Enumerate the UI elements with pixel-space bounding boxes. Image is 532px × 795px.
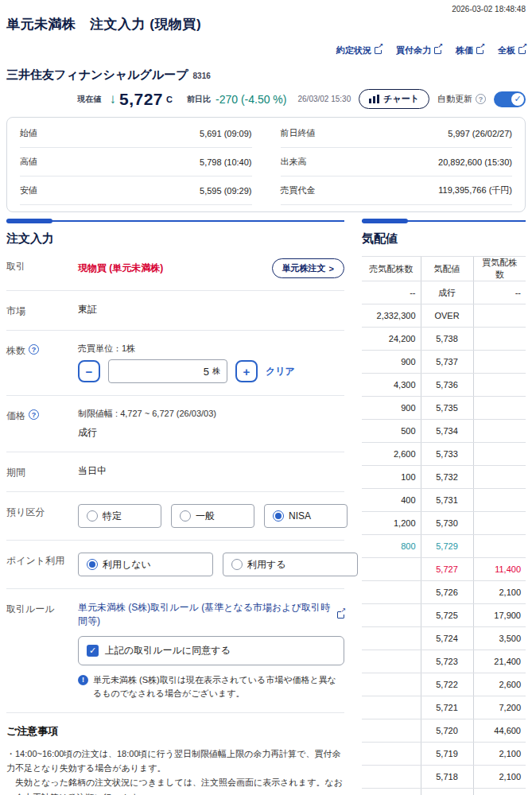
summary-cell: 売買代金119,395,766 (千円) [281, 176, 513, 205]
price-change: -270 (-4.50 %) [216, 93, 286, 106]
auto-update-label: 自動更新 [437, 93, 472, 105]
link-stock-price[interactable]: 株価 [456, 45, 483, 56]
board-header-price: 気配値 [421, 257, 473, 281]
price-down-arrow-icon: ↓ [109, 91, 116, 107]
unit-order-button-label: 単元株注文 [282, 262, 326, 274]
summary-value: 5,595 (09:29) [200, 186, 251, 196]
help-icon[interactable]: ? [29, 344, 39, 355]
radio-checked-icon [87, 559, 98, 570]
option-label: 利用する [247, 558, 286, 572]
quote-time: 26/03/02 15:30 [297, 95, 351, 103]
board-row: 9005,737 [362, 351, 526, 374]
board-cell-sell: 900 [362, 397, 421, 420]
board-cell-sell: 1,200 [362, 512, 421, 535]
form-row-trade: 取引 現物買 (単元未満株) 単元株注文> [6, 246, 344, 291]
account-option-tokutei[interactable]: 特定 [78, 504, 161, 528]
info-icon: ! [78, 675, 88, 685]
account-type-label: 預り区分 [6, 504, 78, 528]
quantity-suffix: 株 [212, 366, 220, 377]
price-row: 現在値 ↓ 5,727 C 前日比 -270 (-4.50 %) 26/03/0… [6, 89, 526, 115]
page-title: 単元未満株 注文入力 (現物買) [6, 15, 526, 33]
board-row: 1,2005,730 [362, 512, 526, 535]
board-cell-sell [362, 650, 421, 673]
form-row-market: 市場 東証 [6, 291, 344, 331]
unit-note: 売買単位：1株 [78, 343, 344, 355]
period-value: 当日中 [78, 464, 344, 479]
help-icon[interactable]: ? [476, 94, 486, 104]
summary-cell: 出来高20,892,600 (15:30) [281, 148, 513, 176]
board-cell-sell [362, 766, 421, 789]
board-cell-price: UNDER [421, 789, 473, 795]
link-full-board[interactable]: 全板 [498, 45, 526, 56]
stock-code: 8316 [193, 72, 211, 80]
chart-button[interactable]: チャート [359, 89, 429, 109]
help-icon[interactable]: ? [29, 409, 39, 420]
board-cell-sell: 24,200 [362, 328, 421, 351]
rules-label: 取引ルール [6, 601, 78, 700]
board-cell-price: 5,720 [421, 719, 473, 743]
board-cell-price: 5,721 [421, 696, 473, 719]
notices-title: ご注意事項 [6, 724, 344, 739]
quick-links: 約定状況 買付余力 株価 全板 [6, 45, 526, 56]
board-row: 5,7262,100 [362, 581, 526, 604]
board-cell-buy [473, 489, 526, 512]
radio-checked-icon [273, 510, 284, 522]
external-link-icon [518, 47, 526, 54]
board-cell-buy: 21,400 [473, 650, 526, 673]
option-label: 特定 [103, 510, 122, 523]
rules-link-label: 単元未満株 (S株)取引ルール (基準となる市場および取引時間等) [78, 601, 334, 628]
board-cell-sell [362, 604, 421, 627]
summary-label: 前日終値 [281, 127, 316, 139]
board-row: 5,7182,100 [362, 766, 526, 789]
points-option-no[interactable]: 利用しない [78, 553, 213, 576]
page-timestamp: 2026-03-02 18:48:48 [6, 3, 526, 14]
rules-link[interactable]: 単元未満株 (S株)取引ルール (基準となる市場および取引時間等) [78, 601, 344, 628]
unit-order-button[interactable]: 単元株注文> [272, 258, 344, 278]
quantity-plus-button[interactable]: + [235, 360, 258, 382]
board-cell-price: 5,723 [421, 650, 473, 673]
summary-label: 始値 [20, 127, 37, 139]
quantity-input[interactable]: 5 株 [108, 359, 227, 383]
board-row: UNDER1,956,800 [362, 789, 526, 795]
board-cell-sell [362, 673, 421, 696]
link-label: 買付余力 [396, 45, 431, 56]
radio-icon [180, 510, 191, 522]
trade-label: 取引 [6, 258, 78, 278]
points-option-yes[interactable]: 利用する [223, 553, 358, 576]
board-row: 5005,734 [362, 420, 526, 443]
summary-value: 5,997 (26/02/27) [448, 129, 512, 138]
account-option-nisa[interactable]: NISA [264, 504, 348, 528]
link-buying-power[interactable]: 買付余力 [396, 45, 441, 56]
price-label-text: 価格 [6, 409, 25, 423]
rules-info-note: ! 単元未満株 (S株)取引は現在表示されている市場や価格と異なるものでなされる… [78, 673, 344, 700]
link-order-status[interactable]: 約定状況 [336, 45, 382, 56]
board-row: 1005,732 [362, 466, 526, 489]
clear-button[interactable]: クリア [266, 365, 295, 378]
option-label: NISA [289, 510, 311, 522]
stock-name: 三井住友フィナンシャルグループ [6, 68, 188, 83]
current-price: 5,727 [119, 90, 163, 109]
summary-label: 売買代金 [281, 184, 316, 196]
board-cell-sell: 900 [362, 351, 421, 374]
board-cell-buy [473, 397, 526, 420]
change-label: 前日比 [187, 94, 211, 105]
notice-line: ・14:00~16:00頃の注文は、18:00頃に行う翌日制限値幅上限の余力再計… [6, 747, 344, 775]
form-row-account-type: 預り区分 特定 一般 NISA [6, 492, 344, 541]
board-cell-buy: 2,600 [473, 673, 526, 696]
board-row: 2,332,300OVER [362, 304, 526, 328]
board-cell-buy [473, 328, 526, 351]
quantity-minus-button[interactable]: − [78, 360, 100, 382]
notice-line: 失効となった銘柄の注文状況につきましては、注文照会画面に表示されます。なお余力再… [6, 775, 344, 795]
summary-value: 119,395,766 (千円) [438, 184, 512, 196]
external-link-icon [375, 47, 382, 54]
board-row: 5,72711,400 [362, 558, 526, 581]
board-cell-buy: 17,900 [473, 604, 526, 627]
auto-update-toggle[interactable]: ✓ [494, 91, 526, 107]
summary-cell: 前日終値5,997 (26/02/27) [281, 119, 513, 148]
rules-agree-checkbox[interactable]: ✓ 上記の取引ルールに同意する [78, 636, 344, 665]
account-option-ippan[interactable]: 一般 [171, 504, 254, 528]
radio-icon [231, 559, 243, 570]
board-cell-price: OVER [421, 304, 473, 328]
board-cell-price: 5,733 [421, 443, 473, 466]
board-cell-buy: 7,200 [473, 696, 526, 719]
